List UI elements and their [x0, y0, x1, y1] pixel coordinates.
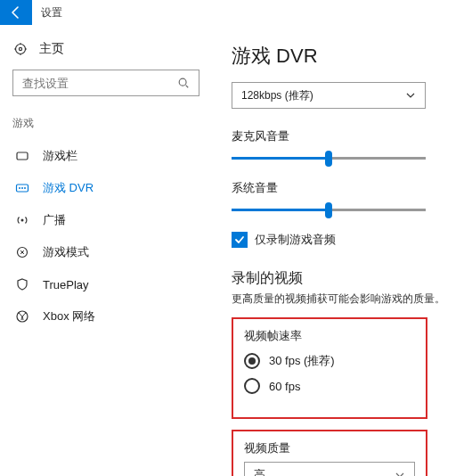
sidebar-item-dvr[interactable]: 游戏 DVR: [12, 172, 199, 204]
chevron-down-icon: [405, 90, 416, 101]
svg-point-1: [19, 47, 21, 50]
system-volume-slider[interactable]: [232, 201, 426, 219]
sidebar-item-xbox[interactable]: Xbox 网络: [12, 300, 199, 332]
recorded-video-heading: 录制的视频: [232, 269, 447, 288]
svg-rect-8: [17, 152, 28, 160]
quality-value: 高: [254, 467, 265, 476]
system-volume-label: 系统音量: [232, 180, 447, 196]
radio-button[interactable]: [244, 353, 260, 369]
home-label: 主页: [39, 41, 64, 57]
mic-volume-label: 麦克风音量: [232, 128, 447, 144]
sidebar: 主页 游戏 游戏栏: [0, 25, 207, 476]
search-input-wrapper[interactable]: [12, 70, 199, 96]
fps-label: 视频帧速率: [244, 328, 415, 344]
record-audio-label: 仅录制游戏音频: [255, 232, 336, 248]
sidebar-item-label: Xbox 网络: [43, 308, 95, 324]
sidebar-item-label: TruePlay: [43, 278, 89, 291]
sidebar-item-gamebar[interactable]: 游戏栏: [12, 140, 199, 172]
quality-highlight-box: 视频质量 高: [232, 430, 427, 476]
svg-point-10: [19, 187, 20, 189]
quality-select[interactable]: 高: [244, 462, 415, 476]
svg-point-15: [21, 251, 23, 253]
slider-thumb[interactable]: [325, 151, 332, 167]
check-icon: [234, 234, 245, 245]
search-input[interactable]: [20, 76, 175, 91]
sidebar-item-trueplay[interactable]: TruePlay: [12, 268, 199, 300]
trueplay-icon: [14, 276, 30, 292]
quality-label: 视频质量: [244, 440, 415, 456]
sidebar-item-label: 游戏模式: [43, 244, 89, 260]
fps-option-label: 30 fps (推荐): [269, 353, 335, 369]
recorded-video-subtext: 更高质量的视频捕获可能会影响游戏的质量。: [232, 291, 447, 307]
main-panel: 游戏 DVR 128kbps (推荐) 麦克风音量 系统音量: [207, 25, 472, 476]
xbox-icon: [14, 308, 30, 324]
fps-option-60[interactable]: 60 fps: [244, 378, 415, 394]
broadcast-icon: [14, 212, 30, 228]
radio-button[interactable]: [244, 378, 260, 394]
fps-option-label: 60 fps: [269, 380, 300, 393]
dvr-icon: [14, 180, 30, 196]
svg-line-7: [186, 86, 189, 88]
gamebar-icon: [14, 148, 30, 164]
sidebar-group-label: 游戏: [12, 116, 199, 131]
sidebar-home[interactable]: 主页: [12, 41, 199, 57]
sidebar-item-label: 广播: [43, 212, 66, 228]
svg-point-11: [21, 187, 23, 189]
svg-point-13: [21, 219, 24, 222]
svg-point-12: [24, 187, 26, 189]
window-title: 设置: [32, 5, 62, 21]
search-icon: [175, 75, 191, 91]
fps-option-30[interactable]: 30 fps (推荐): [244, 353, 415, 369]
back-button[interactable]: [0, 0, 32, 25]
svg-point-0: [16, 45, 26, 54]
title-bar: 设置: [0, 0, 472, 25]
record-audio-checkbox[interactable]: [232, 232, 248, 248]
page-title: 游戏 DVR: [232, 43, 447, 70]
slider-thumb[interactable]: [325, 202, 332, 218]
chevron-down-icon: [395, 470, 405, 476]
sidebar-item-label: 游戏栏: [43, 148, 77, 164]
bitrate-select[interactable]: 128kbps (推荐): [232, 82, 426, 109]
svg-point-6: [179, 78, 186, 86]
arrow-left-icon: [9, 5, 23, 20]
sidebar-item-broadcast[interactable]: 广播: [12, 204, 199, 236]
mic-volume-slider[interactable]: [232, 150, 426, 168]
gear-icon: [12, 41, 28, 57]
fps-highlight-box: 视频帧速率 30 fps (推荐) 60 fps: [232, 317, 427, 419]
bitrate-value: 128kbps (推荐): [241, 88, 313, 103]
sidebar-nav: 游戏栏 游戏 DVR 广播: [12, 140, 199, 332]
sidebar-item-label: 游戏 DVR: [43, 180, 94, 196]
sidebar-item-gamemode[interactable]: 游戏模式: [12, 236, 199, 268]
gamemode-icon: [14, 244, 30, 260]
